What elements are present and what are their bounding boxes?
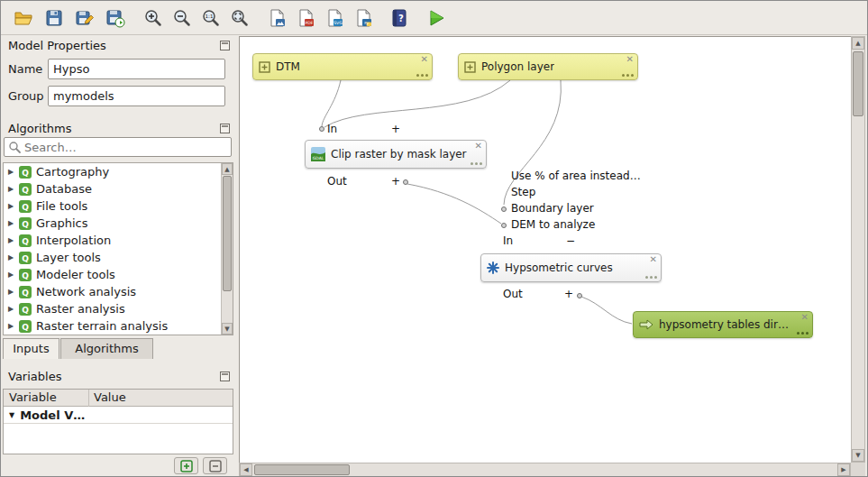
scrollbar-thumb[interactable] xyxy=(223,176,232,291)
sidebar-item-network-analysis[interactable]: ▶QNetwork analysis xyxy=(4,283,233,300)
node-menu-dots-icon[interactable] xyxy=(469,162,482,165)
expand-arrow-icon[interactable]: ▶ xyxy=(8,197,19,215)
save-model-button[interactable] xyxy=(41,5,68,32)
zoom-in-icon xyxy=(143,8,163,28)
port-dot-boundary-layer[interactable] xyxy=(501,206,507,212)
add-variable-button[interactable] xyxy=(174,457,198,474)
port-dot-hypso-out[interactable] xyxy=(577,293,582,298)
run-model-icon xyxy=(426,8,446,28)
clip-out-label: Out xyxy=(327,175,347,188)
add-icon xyxy=(180,460,193,472)
sidebar-item-file-tools[interactable]: ▶QFile tools xyxy=(4,197,233,215)
save-model-in-project-button[interactable] xyxy=(102,5,129,32)
node-menu-dots-icon[interactable] xyxy=(620,74,634,77)
expand-arrow-icon[interactable]: ▶ xyxy=(8,232,19,249)
zoom-full-button[interactable] xyxy=(226,5,253,32)
clip-out-toggle[interactable]: + xyxy=(391,175,400,188)
expand-arrow-icon[interactable]: ▶ xyxy=(8,180,19,197)
delete-node-icon[interactable]: ✕ xyxy=(421,55,428,64)
export-as-svg-button[interactable]: SVG xyxy=(322,5,349,32)
port-dot-clip-in[interactable] xyxy=(319,126,324,132)
sidebar-item-modeler-tools[interactable]: ▶QModeler tools xyxy=(4,266,233,283)
scroll-up-arrow[interactable]: ▲ xyxy=(852,37,864,50)
algorithm-tree: ▶QCartography ▶QDatabase ▶QFile tools ▶Q… xyxy=(3,162,233,335)
edit-model-help-button[interactable]: ? xyxy=(387,5,414,32)
delete-node-icon[interactable]: ✕ xyxy=(626,55,634,64)
tab-algorithms[interactable]: Algorithms xyxy=(60,338,153,359)
sidebar-item-interpolation[interactable]: ▶QInterpolation xyxy=(4,232,233,249)
save-model-as-button[interactable] xyxy=(71,5,98,32)
algorithm-search xyxy=(4,137,232,157)
sidebar-item-cartography[interactable]: ▶QCartography xyxy=(4,163,233,180)
model-name-input[interactable] xyxy=(48,59,225,79)
hypso-out-label: Out xyxy=(503,288,523,300)
node-clip-raster-by-mask-layer[interactable]: GDAL Clip raster by mask layer ✕ xyxy=(305,140,487,169)
model-canvas[interactable]: DTM ✕ Polygon layer ✕ In + GDAL Clip ras… xyxy=(239,36,851,463)
sidebar-item-graphics[interactable]: ▶QGraphics xyxy=(4,215,233,232)
provider-q-icon: Q xyxy=(19,303,32,316)
model-group-input[interactable] xyxy=(48,86,225,106)
port-dot-clip-out[interactable] xyxy=(403,179,408,185)
export-as-image-button[interactable] xyxy=(264,5,291,32)
scroll-right-arrow[interactable]: ▶ xyxy=(837,463,850,476)
collapse-arrow-icon[interactable]: ▼ xyxy=(9,411,14,419)
svg-text:Q: Q xyxy=(22,288,29,297)
zoom-full-icon xyxy=(230,8,250,28)
scroll-up-arrow[interactable]: ▲ xyxy=(222,163,233,175)
search-input[interactable] xyxy=(24,139,227,155)
node-menu-dots-icon[interactable] xyxy=(795,332,809,335)
delete-node-icon[interactable]: ✕ xyxy=(650,255,657,264)
provider-q-icon: Q xyxy=(19,286,32,298)
expand-arrow-icon[interactable]: ▶ xyxy=(8,300,19,317)
delete-node-icon[interactable]: ✕ xyxy=(801,313,809,322)
run-model-button[interactable] xyxy=(423,5,450,32)
clip-in-toggle[interactable]: + xyxy=(391,123,400,135)
expand-arrow-icon[interactable]: ▶ xyxy=(8,266,19,283)
detach-panel-icon[interactable] xyxy=(220,372,230,381)
expand-arrow-icon[interactable]: ▶ xyxy=(8,317,19,335)
sidebar-item-layer-tools[interactable]: ▶QLayer tools xyxy=(4,249,233,266)
scroll-down-arrow[interactable]: ▼ xyxy=(222,323,233,335)
port-dot-dem-to-analyze[interactable] xyxy=(501,223,507,228)
scrollbar-thumb[interactable] xyxy=(254,464,350,475)
svg-text:Py: Py xyxy=(364,21,370,25)
zoom-actual-size-button[interactable]: 1:1 xyxy=(197,5,224,32)
sidebar-item-database[interactable]: ▶QDatabase xyxy=(4,180,233,197)
provider-q-icon: Q xyxy=(19,234,32,247)
model-properties-title: Model Properties xyxy=(8,39,106,53)
sidebar-item-raster-analysis[interactable]: ▶QRaster analysis xyxy=(4,300,233,317)
provider-q-icon: Q xyxy=(19,320,32,333)
expand-arrow-icon[interactable]: ▶ xyxy=(8,283,19,300)
sidebar-item-raster-terrain-analysis[interactable]: ▶QRaster terrain analysis xyxy=(4,317,233,335)
detach-panel-icon[interactable] xyxy=(220,41,230,50)
name-label: Name xyxy=(8,62,42,78)
zoom-out-button[interactable] xyxy=(169,5,196,32)
column-variable: Variable xyxy=(9,390,57,404)
hypso-in-toggle[interactable]: − xyxy=(566,234,575,247)
detach-panel-icon[interactable] xyxy=(220,124,230,133)
zoom-out-icon xyxy=(172,8,192,28)
node-input-dtm[interactable]: DTM ✕ xyxy=(252,53,433,80)
delete-node-icon[interactable]: ✕ xyxy=(475,142,482,151)
node-output-hypsometry-tables-dir[interactable]: hypsometry tables dir… ✕ xyxy=(633,311,813,338)
export-as-pdf-button[interactable]: PDF xyxy=(293,5,320,32)
variables-group-row[interactable]: ▼ Model V… xyxy=(4,407,233,424)
expand-arrow-icon[interactable]: ▶ xyxy=(8,215,19,232)
remove-variable-button[interactable] xyxy=(203,457,227,474)
zoom-in-button[interactable] xyxy=(140,5,167,32)
tab-inputs[interactable]: Inputs xyxy=(3,338,59,359)
open-model-button[interactable] xyxy=(10,5,37,32)
node-input-polygon-layer[interactable]: Polygon layer ✕ xyxy=(458,53,638,80)
scrollbar-thumb[interactable] xyxy=(853,51,863,116)
node-menu-dots-icon[interactable] xyxy=(415,74,428,77)
node-hypsometric-curves[interactable]: Hypsometric curves ✕ xyxy=(480,253,662,282)
export-as-python-script-button[interactable]: Py xyxy=(351,5,378,32)
expand-arrow-icon[interactable]: ▶ xyxy=(8,163,19,180)
scroll-down-arrow[interactable]: ▼ xyxy=(852,449,864,462)
node-menu-dots-icon[interactable] xyxy=(644,276,657,279)
expand-arrow-icon[interactable]: ▶ xyxy=(8,249,19,266)
provider-q-icon: Q xyxy=(19,200,32,213)
scroll-left-arrow[interactable]: ◀ xyxy=(240,463,252,476)
hypso-out-toggle[interactable]: + xyxy=(564,288,573,300)
svg-text:Q: Q xyxy=(22,219,29,228)
